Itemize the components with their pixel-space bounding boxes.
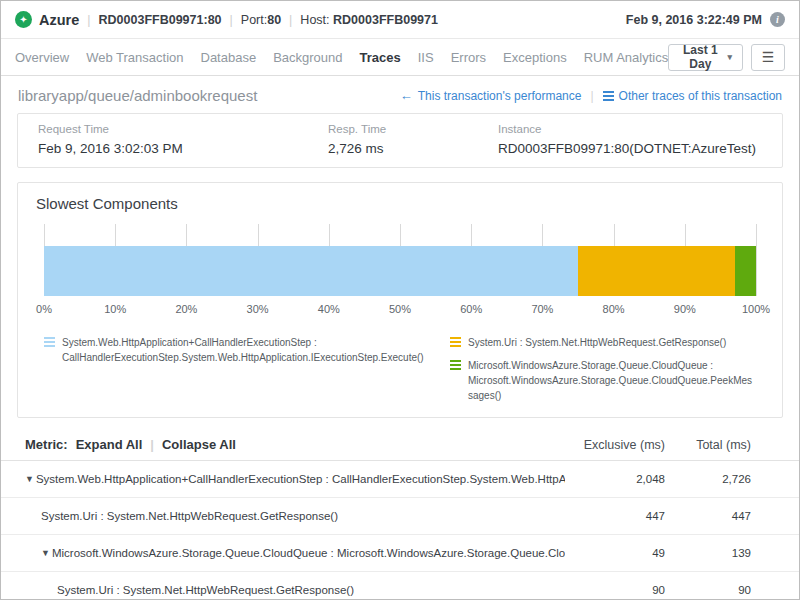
instance-name: RD0003FFB09971:80 — [99, 13, 222, 27]
instance: Instance RD0003FFB09971:80(DOTNET:AzureT… — [478, 123, 782, 156]
legend-swatch-icon — [450, 337, 461, 347]
instance-label: Instance — [498, 123, 762, 135]
table-row[interactable]: ▼ System.Web.HttpApplication+CallHandler… — [1, 461, 799, 498]
tab-strip: Overview Web Transaction Database Backgr… — [15, 50, 668, 65]
nav-actions: Last 1 Day ▾ ☰ — [668, 44, 785, 71]
tab-iis[interactable]: IIS — [418, 50, 434, 65]
chart-legend: System.Web.HttpApplication+CallHandlerEx… — [44, 335, 756, 403]
gridline — [756, 224, 757, 296]
current-timestamp: Feb 9, 2016 3:22:49 PM — [626, 13, 762, 27]
bar-segment — [578, 246, 735, 296]
axis-tick-label: 80% — [603, 303, 625, 315]
chart-axis: 0%10%20%30%40%50%60%70%80%90%100% — [44, 303, 756, 317]
axis-tick-label: 0% — [36, 303, 52, 315]
axis-tick-label: 50% — [389, 303, 411, 315]
tab-traces[interactable]: Traces — [360, 50, 401, 65]
header-right: Feb 9, 2016 3:22:49 PM i — [626, 12, 785, 27]
stacked-bar — [44, 246, 756, 296]
collapse-all-button[interactable]: Collapse All — [162, 437, 236, 452]
total-ms: 447 — [665, 510, 751, 522]
divider: | — [229, 13, 234, 27]
legend-item: System.Uri : System.Net.HttpWebRequest.G… — [450, 335, 756, 350]
chevron-down-icon: ▾ — [727, 52, 732, 62]
collapse-arrow-icon[interactable]: ▼ — [25, 474, 34, 484]
axis-tick-label: 10% — [104, 303, 126, 315]
axis-tick-label: 70% — [531, 303, 553, 315]
tab-errors[interactable]: Errors — [451, 50, 486, 65]
total-ms: 139 — [665, 547, 751, 559]
monitor-identity: ✦ Azure | RD0003FFB09971:80 | Port:80 | … — [15, 11, 438, 28]
response-time-value: 2,726 ms — [328, 141, 458, 156]
metric-name: System.Web.HttpApplication+CallHandlerEx… — [36, 473, 565, 485]
metric-label: Metric: — [25, 437, 68, 452]
slowest-components-panel: Slowest Components 0%10%20%30%40%50%60%7… — [17, 182, 783, 418]
exclusive-ms: 90 — [565, 584, 665, 596]
trace-list-icon — [603, 91, 614, 101]
metric-controls: Metric: Expand All | Collapse All — [25, 437, 565, 452]
axis-tick-label: 20% — [175, 303, 197, 315]
axis-tick-label: 40% — [318, 303, 340, 315]
column-header-exclusive: Exclusive (ms) — [565, 438, 665, 452]
legend-item: Microsoft.WindowsAzure.Storage.Queue.Clo… — [450, 358, 756, 403]
other-traces-link[interactable]: Other traces of this transaction — [603, 89, 782, 103]
legend-swatch-icon — [450, 360, 461, 370]
monitor-name: Azure — [39, 12, 79, 28]
request-time-value: Feb 9, 2016 3:02:03 PM — [38, 141, 288, 156]
request-time: Request Time Feb 9, 2016 3:02:03 PM — [18, 123, 308, 156]
legend-column-left: System.Web.HttpApplication+CallHandlerEx… — [44, 335, 426, 403]
tab-background[interactable]: Background — [273, 50, 342, 65]
legend-item: System.Web.HttpApplication+CallHandlerEx… — [44, 335, 426, 365]
axis-tick-label: 100% — [742, 303, 770, 315]
divider: | — [288, 13, 293, 27]
instance-value: RD0003FFB09971:80(DOTNET:AzureTest) — [498, 141, 762, 156]
transaction-title: libraryapp/queue/adminbookrequest — [18, 87, 257, 104]
app-window: ✦ Azure | RD0003FFB09971:80 | Port:80 | … — [0, 0, 800, 600]
bar-segment — [735, 246, 756, 296]
table-row[interactable]: System.Uri : System.Net.HttpWebRequest.G… — [1, 498, 799, 535]
collapse-arrow-icon[interactable]: ▼ — [41, 548, 50, 558]
tab-web-transaction[interactable]: Web Transaction — [86, 50, 183, 65]
port-info: Port:80 — [241, 13, 281, 27]
legend-swatch-icon — [44, 337, 55, 347]
total-ms: 2,726 — [665, 473, 751, 485]
table-row[interactable]: System.Uri : System.Net.HttpWebRequest.G… — [1, 572, 799, 600]
tab-exceptions[interactable]: Exceptions — [503, 50, 567, 65]
expand-all-button[interactable]: Expand All — [76, 437, 143, 452]
metric-name: System.Uri : System.Net.HttpWebRequest.G… — [57, 584, 354, 596]
trace-summary: Request Time Feb 9, 2016 3:02:03 PM Resp… — [17, 113, 783, 168]
metric-name: Microsoft.WindowsAzure.Storage.Queue.Clo… — [52, 547, 565, 559]
metrics-table-header: Metric: Expand All | Collapse All Exclus… — [1, 429, 799, 461]
divider: | — [150, 437, 154, 452]
menu-button[interactable]: ☰ — [751, 44, 785, 71]
trace-header: libraryapp/queue/adminbookrequest ← This… — [1, 76, 799, 113]
exclusive-ms: 49 — [565, 547, 665, 559]
exclusive-ms: 447 — [565, 510, 665, 522]
axis-tick-label: 30% — [247, 303, 269, 315]
divider: | — [590, 89, 593, 103]
request-time-label: Request Time — [38, 123, 288, 135]
tab-database[interactable]: Database — [201, 50, 257, 65]
legend-column-right: System.Uri : System.Net.HttpWebRequest.G… — [450, 335, 756, 403]
hamburger-icon: ☰ — [762, 49, 775, 65]
nav-bar: Overview Web Transaction Database Backgr… — [1, 39, 799, 76]
axis-tick-label: 60% — [460, 303, 482, 315]
total-ms: 90 — [665, 584, 751, 596]
time-range-dropdown[interactable]: Last 1 Day ▾ — [668, 44, 743, 71]
transaction-performance-link[interactable]: ← This transaction's performance — [400, 88, 582, 103]
bar-segment — [44, 246, 578, 296]
metric-name: System.Uri : System.Net.HttpWebRequest.G… — [41, 510, 338, 522]
chart-plot-area — [44, 224, 756, 296]
tab-rum-analytics[interactable]: RUM Analytics — [584, 50, 669, 65]
table-row[interactable]: ▼ Microsoft.WindowsAzure.Storage.Queue.C… — [1, 535, 799, 572]
host-info: Host: RD0003FFB09971 — [300, 13, 438, 27]
info-icon[interactable]: i — [770, 12, 785, 27]
top-bar: ✦ Azure | RD0003FFB09971:80 | Port:80 | … — [1, 1, 799, 39]
column-header-total: Total (ms) — [665, 438, 751, 452]
axis-tick-label: 90% — [674, 303, 696, 315]
back-arrow-icon: ← — [400, 88, 413, 103]
response-time: Resp. Time 2,726 ms — [308, 123, 478, 156]
exclusive-ms: 2,048 — [565, 473, 665, 485]
site24x7-logo-icon: ✦ — [15, 11, 32, 28]
response-time-label: Resp. Time — [328, 123, 458, 135]
tab-overview[interactable]: Overview — [15, 50, 69, 65]
